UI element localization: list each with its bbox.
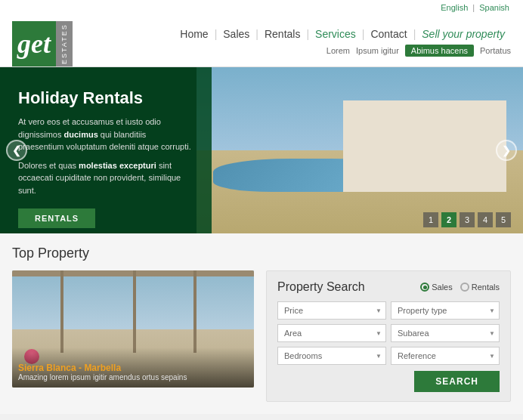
slider-body2: Dolores et quas molestias excepturi sint… [18,159,193,197]
hero-slider: Holiday Rentals At vero eos et accusamus… [0,67,523,233]
subnav-ipsum[interactable]: Ipsum igitur [356,46,399,55]
radio-sales-label: Sales [432,283,453,292]
top-property-heading: Top Property [12,246,511,261]
property-desc: Amazing lorem ipsum igitir amendus ortus… [18,373,248,381]
top-bar: English | Spanish [0,0,523,15]
slider-dots: 1 2 3 4 5 [423,212,511,227]
subarea-select[interactable]: Subarea [391,324,500,342]
slider-image [197,67,523,233]
lang-spanish[interactable]: Spanish [479,3,509,12]
subnav-portatus[interactable]: Portatus [480,46,511,55]
header: get estates Home | Sales | Rentals | Ser… [0,15,523,67]
radio-rentals-circle [460,283,469,292]
radio-rentals[interactable]: Rentals [460,283,500,292]
slider-prev-arrow[interactable]: ❮ [6,140,27,161]
nav-area: Home | Sales | Rentals | Services | Cont… [73,28,511,60]
search-btn-row: SEARCH [277,371,500,392]
sub-nav: Lorem Ipsum igitur Abimus hacens Portatu… [326,45,511,57]
terrace-beam2 [133,270,136,353]
subarea-wrapper: Subarea [391,324,500,342]
price-wrapper: Price [277,301,386,320]
terrace-beam3 [193,270,197,353]
area-wrapper: Area [277,324,386,342]
slider-title: Holiday Rentals [18,88,193,108]
search-fields: Price Property type Area Subarea [277,301,500,365]
search-button[interactable]: SEARCH [414,371,500,392]
bedrooms-wrapper: Bedrooms [277,347,386,365]
rentals-button[interactable]: RENTALS [18,208,95,228]
reference-wrapper: Reference [391,347,500,365]
search-header: Property Search Sales Rentals [277,280,500,294]
nav-sales[interactable]: Sales [217,28,255,40]
radio-rentals-label: Rentals [472,283,500,292]
logo-get: get [17,30,51,57]
terrace-beam1 [60,270,63,353]
logo-green-bg: get [12,21,56,66]
dot-5[interactable]: 5 [496,212,511,227]
search-title: Property Search [277,280,365,294]
nav-home[interactable]: Home [174,28,214,40]
dot-4[interactable]: 4 [478,212,493,227]
slider-body1: At vero eos et accusamus et iusto odio d… [18,116,193,153]
property-image[interactable]: Sierra Blanca - Marbella Amazing lorem i… [12,270,254,388]
reference-select[interactable]: Reference [391,347,500,365]
nav-services[interactable]: Services [309,28,362,40]
scene-villa [343,100,506,192]
slider-next-arrow[interactable]: ❯ [496,140,517,161]
logo-estates: estates [60,23,68,64]
subnav-lorem[interactable]: Lorem [326,46,350,55]
dot-1[interactable]: 1 [423,212,438,227]
proptype-wrapper: Property type [391,301,500,320]
radio-group: Sales Rentals [420,283,500,292]
logo[interactable]: get estates [12,21,73,66]
dot-3[interactable]: 3 [460,212,475,227]
subnav-abimus[interactable]: Abimus hacens [405,45,474,57]
nav-rentals[interactable]: Rentals [258,28,306,40]
logo-gray-bg: estates [56,21,73,66]
property-type-select[interactable]: Property type [391,301,500,320]
content-row: Sierra Blanca - Marbella Amazing lorem i… [12,270,511,402]
radio-sales-circle [420,283,429,292]
lang-english[interactable]: English [441,3,468,12]
nav-contact[interactable]: Contact [364,28,413,40]
radio-sales[interactable]: Sales [420,283,453,292]
search-panel: Property Search Sales Rentals [266,270,511,402]
nav-sell[interactable]: Sell your property [416,28,511,40]
bedrooms-select[interactable]: Bedrooms [277,347,386,365]
property-name: Sierra Blanca - Marbella [18,363,248,373]
dot-2[interactable]: 2 [441,212,456,227]
area-select[interactable]: Area [277,324,386,342]
price-select[interactable]: Price [277,301,386,320]
main-content: Top Property Sierra Blanca - Marbella Am… [0,233,523,414]
lang-sep: | [472,3,475,12]
slider-left-panel: Holiday Rentals At vero eos et accusamus… [0,67,212,233]
property-overlay: Sierra Blanca - Marbella Amazing lorem i… [12,347,254,388]
main-nav: Home | Sales | Rentals | Services | Cont… [174,28,511,40]
